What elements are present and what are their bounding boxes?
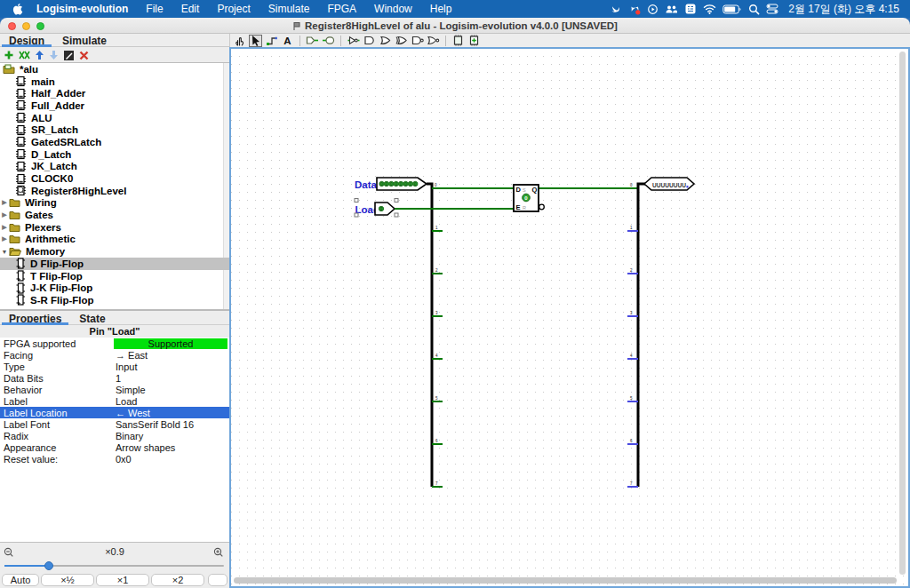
- collapsed-arrow-icon[interactable]: ▶: [0, 235, 9, 242]
- slider-knob[interactable]: [44, 561, 53, 570]
- property-value[interactable]: ← West: [114, 408, 229, 418]
- canvas-vscrollbar[interactable]: [899, 52, 906, 575]
- tree-item-register8highlevel[interactable]: Register8HighLevel: [0, 185, 229, 197]
- search-icon[interactable]: [748, 4, 760, 15]
- zoom-button-x3[interactable]: ×2: [151, 574, 204, 586]
- property-row-fpga-supported[interactable]: FPGA supportedSupported: [0, 338, 229, 349]
- tree-item-t-flip-flop[interactable]: T Flip-Flop: [0, 270, 229, 282]
- tree-item--alu[interactable]: *alu: [0, 63, 229, 75]
- property-row-label-font[interactable]: Label FontSansSerif Bold 16: [0, 418, 229, 430]
- tree-item-gatedsrlatch[interactable]: GatedSRLatch: [0, 136, 229, 148]
- property-value[interactable]: 0x0: [114, 454, 229, 465]
- nand-gate[interactable]: [411, 35, 424, 47]
- tree-item-memory[interactable]: ▼Memory: [0, 245, 229, 258]
- menu-item-simulate[interactable]: Simulate: [259, 3, 319, 15]
- collapsed-arrow-icon[interactable]: ▶: [0, 199, 9, 206]
- zoom-button-partial[interactable]: [208, 574, 228, 586]
- zoom-button-x1[interactable]: ×½: [41, 574, 94, 586]
- tree-item-full-adder[interactable]: Full_Adder: [0, 99, 229, 112]
- poke-tool[interactable]: [233, 35, 246, 47]
- tree-item-d-flip-flop[interactable]: D Flip-Flop: [0, 258, 229, 270]
- text-tool[interactable]: A: [281, 35, 294, 47]
- tree-item-clock0[interactable]: CLOCK0: [0, 172, 229, 185]
- property-value[interactable]: SansSerif Bold 16: [114, 419, 229, 430]
- tab-design[interactable]: Design: [0, 34, 53, 46]
- delete-icon[interactable]: [79, 51, 89, 60]
- tree-item-arithmetic[interactable]: ▶Arithmetic: [0, 234, 229, 246]
- circuit-canvas[interactable]: Data 00000000 Load 0 01234567: [229, 47, 910, 588]
- tree-item-half-adder[interactable]: Half_Adder: [0, 87, 229, 99]
- and-gate[interactable]: [363, 35, 376, 47]
- or-gate[interactable]: [379, 35, 392, 47]
- canvas-grid[interactable]: Data 00000000 Load 0 01234567: [231, 49, 908, 586]
- property-value[interactable]: Simple: [114, 385, 229, 395]
- canvas-hscrollbar[interactable]: [234, 577, 897, 584]
- tree-item-gates[interactable]: ▶Gates: [0, 209, 229, 221]
- output-pin[interactable]: UUUUUUUU: [644, 178, 694, 190]
- property-value[interactable]: Load: [114, 396, 229, 407]
- record-icon[interactable]: [647, 4, 659, 15]
- tree-item-j-k-flip-flop[interactable]: J-K Flip-Flop: [0, 282, 229, 294]
- zoom-button-x2[interactable]: ×1: [96, 574, 149, 586]
- property-row-data-bits[interactable]: Data Bits1: [0, 372, 229, 384]
- tree-item-jk-latch[interactable]: JK_Latch: [0, 161, 229, 173]
- output-pin-tool[interactable]: [322, 35, 335, 47]
- property-value[interactable]: 1: [114, 373, 229, 384]
- tree-item-wiring[interactable]: ▶Wiring: [0, 197, 229, 210]
- move-up-icon[interactable]: [35, 50, 44, 60]
- property-row-reset-value-[interactable]: Reset value:0x0: [0, 453, 229, 465]
- property-row-type[interactable]: TypeInput: [0, 361, 229, 372]
- tab-state[interactable]: State: [70, 311, 114, 324]
- add-vhdl-icon[interactable]: [19, 50, 30, 60]
- left-splitter[interactable]: 01234567: [427, 183, 443, 487]
- menu-item-fpga[interactable]: FPGA: [318, 3, 365, 15]
- edit-tool[interactable]: [249, 35, 262, 47]
- add-circuit-chip[interactable]: [451, 35, 465, 47]
- move-down-icon[interactable]: [49, 50, 59, 60]
- add-vhdl-chip[interactable]: [467, 35, 481, 47]
- right-splitter[interactable]: 01234567: [627, 183, 645, 487]
- expanded-arrow-icon[interactable]: ▼: [0, 249, 9, 255]
- nor-gate[interactable]: [427, 35, 440, 47]
- tab-properties[interactable]: Properties: [0, 311, 70, 324]
- apple-menu-icon[interactable]: [12, 3, 24, 15]
- tree-item-d-latch[interactable]: D_Latch: [0, 148, 229, 161]
- menu-item-edit[interactable]: Edit: [172, 3, 209, 15]
- property-value[interactable]: Supported: [114, 338, 228, 349]
- property-value[interactable]: → East: [114, 350, 229, 361]
- edit-icon[interactable]: [63, 50, 75, 61]
- property-value[interactable]: Input: [114, 362, 229, 372]
- property-value[interactable]: Binary: [114, 431, 229, 441]
- control-center-icon[interactable]: [766, 4, 778, 14]
- property-value[interactable]: Arrow shapes: [114, 442, 229, 453]
- load-input-pin[interactable]: Load 0: [355, 199, 398, 218]
- input-pin-tool[interactable]: [306, 35, 319, 47]
- menu-clock[interactable]: 2월 17일 (화) 오후 4:15: [788, 2, 899, 17]
- not-gate[interactable]: [347, 35, 360, 47]
- tab-simulate[interactable]: Simulate: [53, 34, 116, 46]
- users-icon[interactable]: [665, 4, 678, 15]
- input-source-icon[interactable]: [684, 3, 697, 15]
- property-row-appearance[interactable]: AppearanceArrow shapes: [0, 441, 229, 453]
- tree-item-sr-latch[interactable]: SR_Latch: [0, 123, 229, 136]
- menu-item-window[interactable]: Window: [365, 3, 421, 15]
- tree-item-alu[interactable]: ALU: [0, 112, 229, 124]
- wire-tool[interactable]: [265, 35, 278, 47]
- property-row-behavior[interactable]: BehaviorSimple: [0, 384, 229, 395]
- property-row-label-location[interactable]: Label Location← West: [0, 407, 229, 418]
- swift-icon[interactable]: [610, 3, 622, 15]
- menu-item-project[interactable]: Project: [208, 3, 259, 15]
- zoom-button-auto[interactable]: Auto: [2, 574, 39, 586]
- data-input-pin[interactable]: Data 00000000: [355, 178, 427, 190]
- battery-icon[interactable]: [722, 4, 742, 14]
- menu-item-help[interactable]: Help: [421, 3, 461, 15]
- tree-item-main[interactable]: main: [0, 75, 229, 88]
- property-row-facing[interactable]: Facing→ East: [0, 349, 229, 361]
- wifi-icon[interactable]: [703, 4, 716, 14]
- tree-item-plexers[interactable]: ▶Plexers: [0, 221, 229, 234]
- property-row-radix[interactable]: RadixBinary: [0, 430, 229, 441]
- tree-item-s-r-flip-flop[interactable]: S-R Flip-Flop: [0, 294, 229, 306]
- menu-item-file[interactable]: File: [137, 3, 172, 15]
- notification-app-icon[interactable]: [628, 3, 641, 15]
- collapsed-arrow-icon[interactable]: ▶: [0, 211, 9, 219]
